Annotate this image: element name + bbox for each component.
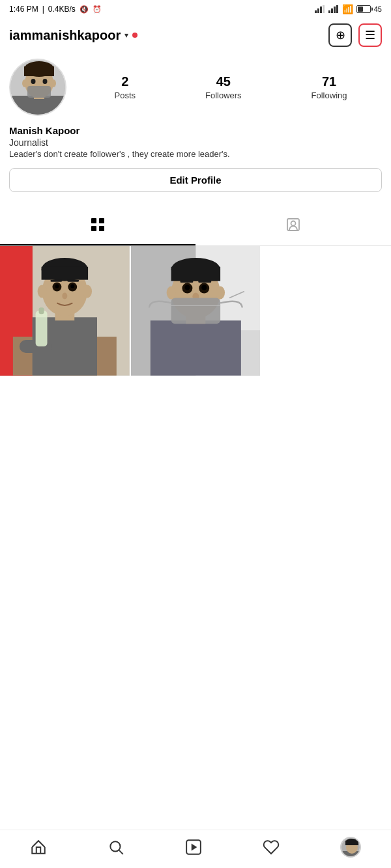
svg-point-18 [51, 79, 56, 87]
hamburger-icon: ☰ [365, 28, 375, 42]
mute-icon: 🔇 [80, 5, 89, 14]
photo-1-image [0, 246, 130, 376]
svg-rect-44 [36, 311, 48, 346]
profile-name: Manish Kapoor [9, 125, 382, 136]
bottom-nav [0, 830, 391, 868]
following-stat[interactable]: 71 Following [311, 74, 347, 100]
svg-point-15 [43, 79, 48, 84]
data-speed-value: 0.4KB/s [48, 5, 76, 14]
stats-row: 2 Posts 45 Followers 71 Following [80, 74, 382, 100]
followers-stat[interactable]: 45 Followers [205, 74, 242, 100]
svg-rect-61 [171, 298, 220, 324]
menu-button[interactable]: ☰ [358, 23, 382, 47]
svg-rect-22 [99, 226, 104, 231]
photo-2-image [131, 246, 261, 376]
svg-rect-33 [42, 267, 89, 280]
svg-rect-49 [150, 320, 240, 375]
following-count: 71 [322, 74, 336, 89]
nav-search[interactable] [108, 839, 124, 856]
svg-point-58 [184, 285, 190, 290]
data-speed: | [42, 5, 44, 14]
svg-point-59 [201, 285, 207, 290]
avatar[interactable] [9, 59, 66, 116]
svg-point-41 [38, 285, 47, 298]
svg-rect-1 [317, 8, 319, 13]
svg-rect-16 [27, 86, 51, 98]
following-label: Following [311, 91, 347, 100]
bio-section: Manish Kapoor Journalist Leader's don't … [9, 125, 382, 159]
svg-rect-35 [67, 280, 79, 282]
signal-icon [315, 5, 325, 13]
tab-tagged[interactable] [195, 208, 391, 245]
search-icon [108, 839, 124, 856]
posts-stat[interactable]: 2 Posts [114, 74, 136, 100]
followers-count: 45 [216, 74, 231, 89]
nav-avatar-image [341, 838, 361, 858]
reels-icon [185, 839, 202, 856]
svg-point-39 [70, 285, 74, 288]
svg-rect-54 [180, 281, 193, 283]
svg-rect-6 [334, 7, 336, 13]
svg-rect-34 [50, 280, 62, 282]
nav-avatar [340, 837, 361, 858]
status-bar: 1:46 PM | 0.4KB/s 🔇 ⏰ 📶 45 [0, 0, 391, 18]
wifi-icon: 📶 [342, 4, 353, 14]
header: iammanishkapoor ▾ ⊕ ☰ [0, 18, 391, 52]
svg-rect-5 [331, 8, 333, 13]
tab-grid[interactable] [0, 208, 195, 245]
username-label: iammanishkapoor [9, 28, 121, 43]
photo-grid [0, 246, 391, 376]
tabs-row [0, 208, 391, 246]
svg-point-66 [111, 841, 121, 851]
header-left: iammanishkapoor ▾ [9, 28, 138, 43]
svg-rect-13 [24, 66, 54, 76]
svg-rect-0 [315, 10, 317, 13]
chevron-down-icon[interactable]: ▾ [124, 31, 128, 40]
svg-rect-55 [198, 281, 211, 283]
add-post-button[interactable]: ⊕ [328, 23, 352, 47]
profile-bio: Leader's don't create follower's , they … [9, 149, 382, 159]
posts-count: 2 [121, 74, 128, 89]
profile-top: 2 Posts 45 Followers 71 Following [9, 59, 382, 116]
svg-point-14 [31, 79, 36, 84]
svg-rect-21 [91, 226, 96, 231]
svg-rect-19 [91, 218, 96, 223]
person-tag-icon [285, 217, 301, 236]
posts-label: Posts [114, 91, 136, 100]
svg-rect-2 [320, 7, 322, 13]
svg-marker-69 [192, 844, 197, 851]
header-right: ⊕ ☰ [328, 23, 382, 47]
nav-profile[interactable] [340, 837, 361, 858]
nav-heart[interactable] [263, 839, 280, 856]
svg-rect-3 [323, 5, 325, 13]
svg-rect-45 [39, 307, 44, 314]
svg-point-38 [55, 285, 59, 288]
battery-percent: 45 [374, 5, 382, 13]
profile-title: Journalist [9, 137, 382, 148]
svg-line-67 [119, 850, 123, 854]
svg-point-63 [166, 287, 175, 300]
grid-item-2[interactable] [131, 246, 261, 376]
signal-icon-2 [328, 5, 339, 13]
svg-rect-74 [345, 841, 358, 845]
battery-icon [356, 5, 371, 13]
svg-rect-4 [328, 10, 330, 13]
home-icon [30, 839, 47, 856]
time: 1:46 PM [9, 5, 38, 14]
svg-rect-53 [171, 267, 220, 281]
profile-section: 2 Posts 45 Followers 71 Following Manish… [0, 52, 391, 201]
plus-icon: ⊕ [336, 28, 345, 42]
nav-home[interactable] [30, 839, 47, 856]
svg-point-24 [291, 221, 296, 226]
edit-profile-button[interactable]: Edit Profile [9, 168, 382, 192]
grid-icon [90, 217, 106, 236]
svg-point-64 [216, 287, 225, 300]
nav-reels[interactable] [185, 839, 202, 856]
svg-point-40 [62, 293, 67, 300]
followers-label: Followers [205, 91, 242, 100]
svg-point-42 [83, 285, 92, 298]
grid-item-1[interactable] [0, 246, 130, 376]
avatar-image [10, 60, 65, 115]
svg-point-17 [22, 79, 27, 87]
heart-icon [263, 839, 280, 856]
